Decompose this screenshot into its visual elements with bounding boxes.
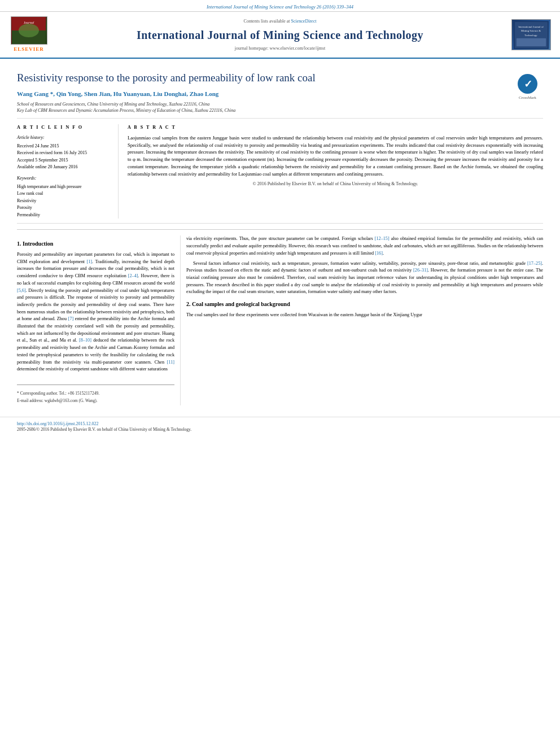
affiliation1: School of Resources and Geosciences, Chi… [17,101,506,107]
section2-title: 2. Coal samples and geological backgroun… [186,300,543,309]
footnote-email: E-mail address: wgkdwb@163.com (G. Wang)… [17,398,174,404]
accepted-date: Accepted 5 September 2015 [17,157,111,164]
keywords-section: Keywords: High temperature and high pres… [17,175,111,219]
svg-point-2 [19,24,39,37]
elsevier-logo: Journal ELSEVIER [9,16,49,53]
keyword-3: Resistivity [17,198,111,204]
article-title-area: Resistivity response to the porosity and… [17,71,506,113]
keyword-2: Low rank coal [17,190,111,197]
abstract-header: A B S T R A C T [128,124,543,131]
body-section: 1. Introduction Porosity and permeabilit… [17,235,543,405]
intro-text-right: via electricity experiments. Thus, the p… [186,235,543,296]
article-title-section: Resistivity response to the porosity and… [17,64,543,119]
elsevier-wordmark: ELSEVIER [14,46,44,53]
article-history: Article history: Received 24 June 2015 R… [17,134,111,171]
article-title: Resistivity response to the porosity and… [17,71,506,85]
keyword-4: Porosity [17,204,111,211]
abstract-panel: A B S T R A C T Laojunmiao coal samples … [128,124,543,219]
svg-text:International Journal of: International Journal of [518,25,544,28]
elsevier-image-art: Journal [11,16,47,45]
copyright-line: © 2016 Published by Elsevier B.V. on beh… [128,181,543,187]
history-title: Article history: [17,134,111,141]
journal-thumbnail: International Journal of Mining Science … [511,19,551,50]
keyword-5: Permeability [17,212,111,219]
intro-text-left: Porosity and permeability are important … [17,251,174,373]
section2-text: The coal samples used for these experime… [186,312,543,319]
crossmark-label: CrossMark [519,95,536,101]
journal-top-header: International Journal of Mining Science … [0,0,560,12]
affiliation2: Key Lab of CBM Resources and Dynamic Acc… [17,107,506,113]
revised-date: Received in revised form 16 July 2015 [17,150,111,156]
intro-title: 1. Introduction [17,240,174,248]
svg-text:Mining Science &: Mining Science & [521,29,541,32]
keyword-1: High temperature and high pressure [17,184,111,190]
journal-citation: International Journal of Mining Science … [207,4,353,10]
footer-section: http://dx.doi.org/10.1016/j.ijmst.2015.1… [0,417,560,433]
contents-available: Contents lists available at ScienceDirec… [54,18,506,25]
section-divider [17,229,543,230]
svg-rect-9 [517,38,546,46]
abstract-text: Laojunmiao coal samples from the eastern… [128,134,543,178]
main-content: Resistivity response to the porosity and… [0,59,560,410]
body-left-column: 1. Introduction Porosity and permeabilit… [17,235,181,405]
footer-copyright: 2095-2686/© 2016 Published by Elsevier B… [17,427,543,433]
keywords-title: Keywords: [17,175,111,182]
svg-text:✓: ✓ [523,78,532,90]
header-banner: Journal ELSEVIER Contents lists availabl… [0,12,560,59]
svg-text:Journal: Journal [24,21,34,24]
crossmark-icon: ✓ [518,74,537,94]
article-info-panel: A R T I C L E I N F O Article history: R… [17,124,119,219]
article-info-header: A R T I C L E I N F O [17,124,111,131]
sciencedirect-link[interactable]: ScienceDirect [291,19,317,24]
authors-list: Wang Gang *, Qin Yong, Shen Jian, Hu Yua… [17,90,506,99]
available-date: Available online 20 January 2016 [17,164,111,171]
svg-text:Technology: Technology [524,34,537,37]
received-date: Received 24 June 2015 [17,143,111,150]
crossmark-badge[interactable]: ✓ CrossMark [512,74,543,101]
journal-homepage: journal homepage: www.elsevier.com/locat… [54,45,506,52]
journal-title: International Journal of Mining Science … [54,27,506,43]
article-info-abstract-section: A R T I C L E I N F O Article history: R… [17,124,543,224]
body-right-column: via electricity experiments. Thus, the p… [181,235,543,405]
footnotes: * Corresponding author. Tel.: +86 151521… [17,385,174,404]
doi-link[interactable]: http://dx.doi.org/10.1016/j.ijmst.2015.1… [17,421,543,427]
footnote-star: * Corresponding author. Tel.: +86 151521… [17,391,174,397]
header-center: Contents lists available at ScienceDirec… [54,18,506,51]
